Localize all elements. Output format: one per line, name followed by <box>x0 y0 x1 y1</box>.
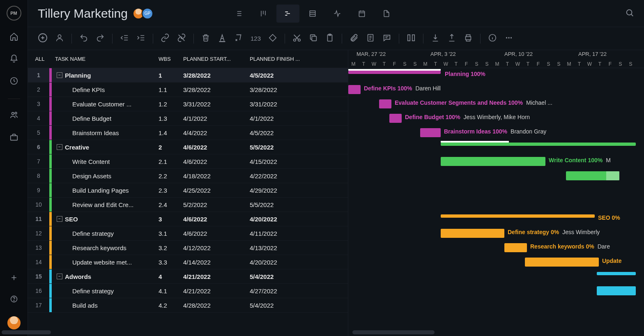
finish-cell[interactable]: 5/4/2022 <box>250 302 316 309</box>
gantt-task-bar[interactable] <box>525 258 599 267</box>
task-name-cell[interactable]: Review and Edit Cre... <box>52 201 159 208</box>
start-cell[interactable]: 4/28/2022 <box>183 302 250 309</box>
percent-label[interactable]: 123 <box>251 35 261 42</box>
delete-icon[interactable] <box>201 33 210 44</box>
task-name-cell[interactable]: −Planning <box>52 72 159 79</box>
task-row[interactable]: 7Write Content2.14/6/20224/15/2022 <box>28 154 348 169</box>
gantt-view-icon[interactable] <box>276 5 299 23</box>
start-cell[interactable]: 4/21/2022 <box>183 273 250 280</box>
gantt-task-bar[interactable] <box>441 229 504 238</box>
wbs-cell[interactable]: 2.2 <box>159 173 183 180</box>
finish-cell[interactable]: 4/22/2022 <box>250 173 316 180</box>
finish-cell[interactable]: 3/28/2022 <box>250 86 316 93</box>
finish-cell[interactable]: 4/27/2022 <box>250 288 316 295</box>
export-icon[interactable] <box>447 33 456 44</box>
start-cell[interactable]: 3/31/2022 <box>183 101 250 108</box>
wbs-cell[interactable]: 1 <box>159 72 183 79</box>
gantt-task-bar[interactable] <box>379 99 391 108</box>
wbs-cell[interactable]: 2 <box>159 144 183 151</box>
task-name-cell[interactable]: Brainstorm Ideas <box>52 129 159 136</box>
task-name-cell[interactable]: Build ads <box>52 302 159 309</box>
print-icon[interactable] <box>464 33 473 44</box>
task-name-cell[interactable]: Define KPIs <box>52 86 159 93</box>
col-name[interactable]: TASK NAME <box>52 56 159 62</box>
wbs-cell[interactable]: 1.1 <box>159 86 183 93</box>
gantt-chart[interactable]: MAR, 27 '22APR, 3 '22APR, 10 '22APR, 17 … <box>348 50 644 336</box>
finish-cell[interactable]: 4/15/2022 <box>250 158 316 165</box>
wbs-cell[interactable]: 1.4 <box>159 129 183 136</box>
task-name-cell[interactable]: −Creative <box>52 144 159 151</box>
task-name-cell[interactable]: Evaluate Customer ... <box>52 101 159 108</box>
task-row[interactable]: 17Build ads4.24/28/20225/4/2022 <box>28 298 348 313</box>
finish-cell[interactable]: 4/5/2022 <box>250 129 316 136</box>
task-row[interactable]: 14Update website met...3.34/14/20224/20/… <box>28 255 348 269</box>
start-cell[interactable]: 4/6/2022 <box>183 216 250 223</box>
task-row[interactable]: 9Build Landing Pages2.34/25/20224/29/202… <box>28 183 348 198</box>
col-start[interactable]: PLANNED START... <box>183 56 250 62</box>
help-icon[interactable] <box>10 295 18 305</box>
wbs-cell[interactable]: 4.1 <box>159 288 183 295</box>
wbs-cell[interactable]: 3.2 <box>159 244 183 251</box>
assign-icon[interactable] <box>55 33 64 44</box>
task-row[interactable]: 11−SEO34/6/20224/20/2022 <box>28 212 348 226</box>
start-cell[interactable]: 3/28/2022 <box>183 86 250 93</box>
task-row[interactable]: 15−Adwords44/21/20225/4/2022 <box>28 269 348 284</box>
activity-view-icon[interactable] <box>326 5 349 23</box>
task-name-cell[interactable]: Define Budget <box>52 115 159 122</box>
milestone-icon[interactable] <box>268 33 277 44</box>
link-icon[interactable] <box>161 33 170 44</box>
wbs-cell[interactable]: 3 <box>159 216 183 223</box>
start-cell[interactable]: 4/1/2022 <box>183 115 250 122</box>
finish-cell[interactable]: 4/20/2022 <box>250 259 316 266</box>
clear-format-icon[interactable] <box>234 33 243 44</box>
gantt-summary-bar[interactable] <box>441 214 595 218</box>
finish-cell[interactable]: 5/5/2022 <box>250 144 316 151</box>
redo-icon[interactable] <box>96 33 105 44</box>
gantt-summary-bar[interactable] <box>441 143 636 146</box>
col-finish[interactable]: PLANNED FINISH ... <box>250 56 316 62</box>
calendar-view-icon[interactable] <box>350 5 373 23</box>
bell-icon[interactable] <box>9 54 18 65</box>
start-cell[interactable]: 4/6/2022 <box>183 230 250 237</box>
clock-icon[interactable] <box>9 76 18 87</box>
wbs-cell[interactable]: 3.3 <box>159 259 183 266</box>
wbs-cell[interactable]: 4.2 <box>159 302 183 309</box>
board-view-icon[interactable] <box>252 5 275 23</box>
task-row[interactable]: 5Brainstorm Ideas1.44/4/20224/5/2022 <box>28 126 348 140</box>
start-cell[interactable]: 4/25/2022 <box>183 187 250 194</box>
finish-cell[interactable]: 3/31/2022 <box>250 101 316 108</box>
col-wbs[interactable]: WBS <box>159 56 183 62</box>
gantt-task-bar[interactable] <box>420 128 441 137</box>
info-icon[interactable] <box>488 33 497 44</box>
import-icon[interactable] <box>431 33 440 44</box>
task-row[interactable]: 12Define strategy3.14/6/20224/11/2022 <box>28 226 348 241</box>
start-cell[interactable]: 4/4/2022 <box>183 129 250 136</box>
cut-icon[interactable] <box>292 33 301 44</box>
wbs-cell[interactable]: 1.3 <box>159 115 183 122</box>
finish-cell[interactable]: 4/5/2022 <box>250 72 316 79</box>
task-name-cell[interactable]: Update website met... <box>52 259 159 266</box>
start-cell[interactable]: 4/6/2022 <box>183 144 250 151</box>
project-members[interactable]: GP <box>135 8 153 19</box>
start-cell[interactable]: 4/12/2022 <box>183 244 250 251</box>
start-cell[interactable]: 4/6/2022 <box>183 158 250 165</box>
finish-cell[interactable]: 4/20/2022 <box>250 216 316 223</box>
task-name-cell[interactable]: Define strategy <box>52 288 159 295</box>
task-name-cell[interactable]: Design Assets <box>52 173 159 180</box>
comment-icon[interactable] <box>382 33 391 44</box>
copy-icon[interactable] <box>309 33 318 44</box>
task-row[interactable]: 10Review and Edit Cre...2.45/2/20225/5/2… <box>28 198 348 212</box>
search-icon[interactable] <box>625 8 634 19</box>
user-avatar[interactable] <box>7 316 21 329</box>
task-name-cell[interactable]: Define strategy <box>52 230 159 237</box>
gantt-summary-bar[interactable] <box>597 272 636 275</box>
outdent-icon[interactable] <box>120 33 129 44</box>
attach-icon[interactable] <box>350 33 359 44</box>
start-cell[interactable]: 5/2/2022 <box>183 201 250 208</box>
people-icon[interactable] <box>9 110 18 121</box>
task-name-cell[interactable]: −SEO <box>52 216 159 223</box>
finish-cell[interactable]: 4/11/2022 <box>250 230 316 237</box>
finish-cell[interactable]: 5/4/2022 <box>250 273 316 280</box>
wbs-cell[interactable]: 3.1 <box>159 230 183 237</box>
task-name-cell[interactable]: −Adwords <box>52 273 159 280</box>
